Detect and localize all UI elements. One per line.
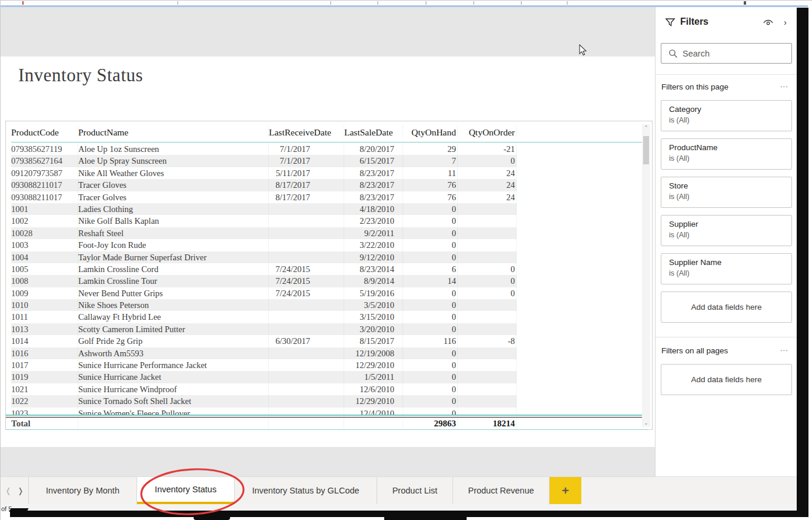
eye-icon[interactable] xyxy=(763,18,774,29)
table-row[interactable]: 1023Sunice Women's Fleece Pullover12/4/2… xyxy=(11,408,517,415)
table-cell: 1004 xyxy=(11,251,78,263)
column-header-productcode[interactable]: ProductCode▲ xyxy=(11,125,78,138)
table-row[interactable]: 1019Sunice Hurricane Jacket1/5/20110 xyxy=(11,371,517,383)
table-cell: 1014 xyxy=(11,335,78,347)
table-row[interactable]: 1011Callaway Ft Hybrid Lee3/15/20100 xyxy=(11,311,517,323)
table-vertical-scrollbar[interactable]: ⌃ ⌄ xyxy=(642,124,650,427)
table-row[interactable]: 1021Sunice Hurricane Windproof12/6/20100 xyxy=(11,383,517,395)
table-cell: Sunice Women's Fleece Pullover xyxy=(78,408,269,415)
table-cell: Scotty Cameron Limited Putter xyxy=(78,323,269,335)
table-row[interactable]: 1010Nike Shoes Peterson3/5/20100 xyxy=(11,299,517,311)
filter-card-category[interactable]: Categoryis (All) xyxy=(661,100,792,131)
table-row[interactable]: 079385627119Aloe Up 1oz Sunscreen7/1/201… xyxy=(11,143,517,155)
table-cell xyxy=(269,227,344,239)
page-tab-inventory-status-by-glcode[interactable]: Inventory Status by GLCode xyxy=(235,477,377,504)
page-tab-inventory-status[interactable]: Inventory Status xyxy=(137,477,235,504)
table-row[interactable]: 093088211017Tracer Golves8/17/20178/23/2… xyxy=(11,191,517,203)
table-cell: Tracer Golves xyxy=(78,191,269,203)
table-cell: 093088211017 xyxy=(11,179,78,191)
next-page-icon[interactable]: ❭ xyxy=(18,486,24,495)
total-qty-on-hand: 29863 xyxy=(403,418,458,429)
table-row[interactable]: 1005Lamkin Crossline Cord7/24/20158/23/2… xyxy=(11,263,517,275)
column-header-qtyonorder[interactable]: QtyOnOrder xyxy=(458,125,517,138)
table-cell: 3/15/2010 xyxy=(344,311,403,323)
table-cell: 0 xyxy=(458,287,517,299)
tab-label: Inventory By Month xyxy=(46,486,119,495)
powerbi-window: Inventory Status ProductCode▲ProductName… xyxy=(0,0,812,520)
table-row[interactable]: 1013Scotty Cameron Limited Putter3/20/20… xyxy=(11,323,517,335)
table-cell xyxy=(458,371,517,383)
filter-card-supplier[interactable]: Supplieris (All) xyxy=(661,215,792,246)
table-cell: Aloe Up 1oz Sunscreen xyxy=(78,143,269,155)
more-options-icon[interactable]: ... xyxy=(780,344,788,353)
filters-pane: Filters › Filters on this page ... Categ… xyxy=(655,7,797,476)
table-row[interactable]: 1017Sunice Hurricane Performance Jacket1… xyxy=(11,359,517,371)
table-cell xyxy=(269,408,344,415)
table-cell: 7/1/2017 xyxy=(269,143,344,155)
scroll-down-icon[interactable]: ⌄ xyxy=(642,419,650,427)
table-cell xyxy=(458,323,517,335)
page-tab-bar: ❬ ❭ Inventory By MonthInventory StatusIn… xyxy=(1,476,797,504)
table-row[interactable]: 10028Reshaft Steel9/2/20110 xyxy=(11,227,517,239)
filter-card-store[interactable]: Storeis (All) xyxy=(661,177,792,208)
page-tab-product-revenue[interactable]: Product Revenue xyxy=(453,477,550,504)
table-row[interactable]: 1008Lamkin Crossline Tour7/24/20158/9/20… xyxy=(11,275,517,287)
table-row[interactable]: 1016Ashworth Am559312/19/20080 xyxy=(11,347,517,359)
table-row[interactable]: 1004Taylor Made Burner Superfast Driver9… xyxy=(11,251,517,263)
filters-on-all-pages-label: Filters on all pages xyxy=(661,346,728,355)
table-cell: 8/23/2014 xyxy=(344,263,403,275)
table-cell xyxy=(269,239,344,251)
table-row[interactable]: 1009Never Bend Putter Grips7/24/20155/19… xyxy=(11,287,517,299)
table-row[interactable]: 079385627164Aloe Up Spray Sunscreen7/1/2… xyxy=(11,155,517,167)
add-data-fields-drop-zone[interactable]: Add data fields here xyxy=(661,292,792,323)
table-cell xyxy=(458,227,517,239)
inventory-table-visual[interactable]: ProductCode▲ProductNameLastReceiveDateLa… xyxy=(5,121,653,430)
page-tab-inventory-by-month[interactable]: Inventory By Month xyxy=(29,477,137,504)
table-cell: 6/15/2017 xyxy=(344,155,403,167)
table-cell: Never Bend Putter Grips xyxy=(78,287,269,299)
table-row[interactable]: 1003Foot-Joy Icon Rude3/22/20100 xyxy=(11,239,517,251)
table-cell: 1011 xyxy=(11,311,78,323)
chevron-right-icon[interactable]: › xyxy=(784,17,787,27)
column-header-qtyonhand[interactable]: QtyOnHand xyxy=(403,125,458,138)
table-cell: Nike Golf Balls Kaplan xyxy=(78,215,269,227)
more-options-icon[interactable]: ... xyxy=(780,80,788,89)
filter-card-productname[interactable]: ProductNameis (All) xyxy=(661,138,792,170)
column-header-productname[interactable]: ProductName xyxy=(78,125,269,138)
scrollbar-thumb[interactable] xyxy=(643,136,649,164)
table-cell: 12/6/2010 xyxy=(344,383,403,395)
table-cell xyxy=(269,371,344,383)
add-data-fields-drop-zone[interactable]: Add data fields here xyxy=(661,364,792,395)
table-row[interactable]: 1001Ladies Clothing4/18/20100 xyxy=(11,203,517,215)
filter-search-box[interactable] xyxy=(661,43,792,64)
table-cell: 0 xyxy=(403,408,458,415)
table-row[interactable]: 091207973587Nike All Weather Gloves5/11/… xyxy=(11,167,517,179)
table-cell: 8/23/2017 xyxy=(344,191,403,203)
table-row[interactable]: 1002Nike Golf Balls Kaplan2/23/20100 xyxy=(11,215,517,227)
total-qty-on-order: 18214 xyxy=(458,418,517,429)
table-cell: 29 xyxy=(403,143,458,155)
table-row[interactable]: 093088211017Tracer Gloves8/17/20178/23/2… xyxy=(11,179,517,191)
table-row[interactable]: 1022Sunice Tornado Soft Shell Jacket12/2… xyxy=(11,395,517,407)
report-workspace: Inventory Status ProductCode▲ProductName… xyxy=(1,7,655,476)
table-cell: 8/17/2017 xyxy=(269,191,344,203)
table-cell: -21 xyxy=(458,143,517,155)
page-tab-product-list[interactable]: Product List xyxy=(377,477,453,504)
table-row[interactable]: 1014Golf Pride 2g Grip6/30/20178/15/2017… xyxy=(11,335,517,347)
ribbon-remnant xyxy=(1,1,808,5)
column-header-lastsaledate[interactable]: LastSaleDate xyxy=(344,125,403,138)
table-header-cols: ProductCode▲ProductNameLastReceiveDateLa… xyxy=(11,125,517,138)
table-scroll-cut-line xyxy=(6,415,648,416)
table-cell: -8 xyxy=(458,335,517,347)
table-cell: 5/11/2017 xyxy=(269,167,344,179)
column-header-lastreceivedate[interactable]: LastReceiveDate xyxy=(269,125,344,138)
table-cell xyxy=(458,251,517,263)
filter-card-supplier-name[interactable]: Supplier Nameis (All) xyxy=(661,253,792,284)
prev-page-icon[interactable]: ❬ xyxy=(5,486,12,495)
table-cell: 8/20/2017 xyxy=(344,143,403,155)
table-cell: 1017 xyxy=(11,359,78,371)
search-input[interactable] xyxy=(683,49,777,58)
new-page-button[interactable]: + xyxy=(550,477,581,504)
scroll-up-icon[interactable]: ⌃ xyxy=(642,124,650,132)
table-cell: 2/23/2010 xyxy=(344,215,403,227)
